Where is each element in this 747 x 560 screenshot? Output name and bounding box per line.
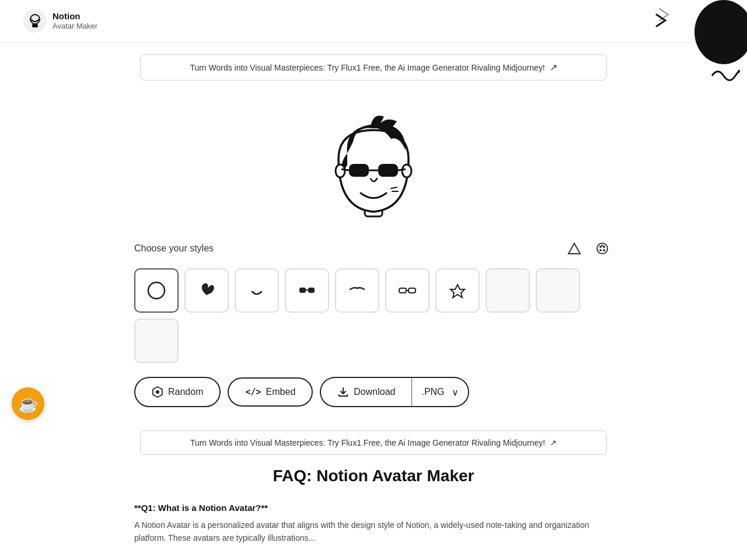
style-option-glasses[interactable] bbox=[385, 268, 430, 313]
svg-point-1 bbox=[30, 15, 40, 24]
svg-rect-7 bbox=[378, 164, 398, 177]
svg-line-9 bbox=[341, 169, 349, 170]
style-option-empty-1[interactable] bbox=[486, 268, 530, 313]
svg-point-5 bbox=[402, 164, 411, 177]
buy-coffee-button[interactable]: ☕ bbox=[12, 387, 44, 420]
logo-area[interactable]: Notion Avatar Maker bbox=[23, 9, 97, 33]
svg-rect-23 bbox=[409, 288, 416, 293]
svg-line-10 bbox=[398, 169, 406, 170]
styles-header: Choose your styles bbox=[134, 238, 613, 259]
avatar-display bbox=[315, 110, 432, 226]
faq-q1: **Q1: What is a Notion Avatar?** bbox=[134, 503, 613, 513]
format-selector[interactable]: .PNG ∨ bbox=[412, 377, 469, 407]
download-label: Download bbox=[354, 387, 395, 397]
top-banner-text: Turn Words into Visual Masterpieces: Try… bbox=[190, 63, 544, 72]
action-buttons: Random </> Embed Download .PNG ∨ bbox=[134, 377, 613, 407]
svg-rect-6 bbox=[349, 164, 369, 177]
svg-point-15 bbox=[599, 249, 602, 251]
style-option-hair[interactable] bbox=[184, 268, 229, 313]
logo-icon bbox=[23, 9, 47, 33]
controls-area: Choose your styles bbox=[111, 238, 636, 407]
svg-rect-20 bbox=[308, 288, 315, 293]
style-option-eyebrows[interactable] bbox=[335, 268, 379, 313]
svg-point-17 bbox=[602, 245, 603, 247]
svg-point-26 bbox=[156, 390, 159, 394]
style-option-mouth[interactable] bbox=[235, 268, 279, 313]
embed-label: Embed bbox=[266, 387, 296, 397]
embed-icon: </> bbox=[245, 387, 261, 397]
format-chevron: ∨ bbox=[452, 387, 459, 398]
random-button[interactable]: Random bbox=[134, 377, 221, 407]
download-icon bbox=[337, 386, 349, 398]
style-option-eyes-glasses[interactable] bbox=[285, 268, 329, 313]
svg-rect-2 bbox=[32, 24, 38, 27]
random-label: Random bbox=[168, 387, 203, 397]
style-option-accessory[interactable] bbox=[435, 268, 480, 313]
svg-point-16 bbox=[603, 249, 605, 251]
bottom-ext-link-icon: ↗ bbox=[550, 438, 557, 447]
app-name: Notion bbox=[53, 11, 97, 22]
style-options bbox=[134, 268, 613, 363]
logo-text: Notion Avatar Maker bbox=[53, 11, 97, 31]
top-banner[interactable]: Turn Words into Visual Masterpieces: Try… bbox=[140, 54, 607, 80]
format-label: .PNG bbox=[421, 387, 444, 397]
svg-point-4 bbox=[336, 164, 345, 177]
header: Notion Avatar Maker bbox=[0, 0, 747, 43]
avatar-area bbox=[0, 92, 747, 238]
faq-a1: A Notion Avatar is a personalized avatar… bbox=[134, 519, 613, 545]
bottom-banner[interactable]: Turn Words into Visual Masterpieces: Try… bbox=[140, 430, 607, 455]
svg-point-13 bbox=[599, 246, 602, 248]
svg-marker-11 bbox=[568, 243, 580, 254]
faq-title: FAQ: Notion Avatar Maker bbox=[134, 467, 613, 485]
style-option-face[interactable] bbox=[134, 268, 179, 313]
coffee-icon: ☕ bbox=[18, 394, 39, 414]
bottom-banner-text: Turn Words into Visual Masterpieces: Try… bbox=[190, 438, 545, 447]
external-link-icon: ↗ bbox=[550, 62, 557, 73]
download-button[interactable]: Download bbox=[320, 377, 412, 407]
app-subtitle: Avatar Maker bbox=[53, 22, 97, 31]
svg-point-14 bbox=[603, 246, 605, 248]
style-option-empty-3[interactable] bbox=[134, 318, 179, 363]
style-option-empty-2[interactable] bbox=[536, 268, 580, 313]
embed-button[interactable]: </> Embed bbox=[228, 377, 313, 407]
styles-icon-group bbox=[564, 238, 613, 259]
random-icon bbox=[152, 386, 163, 398]
styles-label: Choose your styles bbox=[134, 243, 214, 254]
svg-rect-22 bbox=[399, 288, 406, 293]
triangle-icon-btn[interactable] bbox=[564, 238, 585, 259]
svg-rect-19 bbox=[299, 288, 306, 293]
palette-icon-btn[interactable] bbox=[592, 238, 613, 259]
svg-point-18 bbox=[148, 282, 165, 299]
download-group: Download .PNG ∨ bbox=[320, 377, 469, 407]
faq-section: FAQ: Notion Avatar Maker **Q1: What is a… bbox=[111, 467, 636, 560]
